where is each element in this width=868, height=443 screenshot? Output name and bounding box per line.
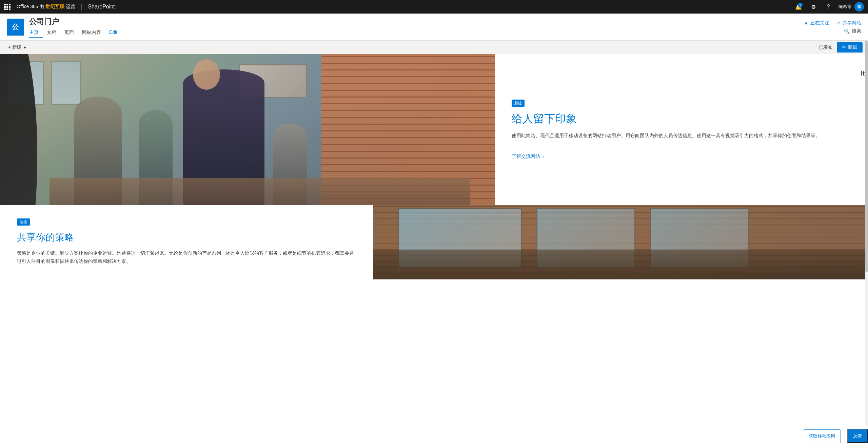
page-toolbar: + 新建 ▾ 已发布 ✏ 编辑	[0, 41, 868, 54]
search-icon: 🔍	[844, 28, 850, 34]
bottom-left-content: 连接 共享你的策略 策略是企业的关键。解决方案让你的企业运转。沟通将这一切汇聚起…	[0, 205, 373, 279]
star-icon: ★	[804, 20, 808, 26]
bottom-badge: 连接	[17, 218, 30, 226]
help-button[interactable]: ?	[824, 2, 833, 12]
settings-button[interactable]: ⚙	[809, 2, 818, 12]
share-button[interactable]: ↗ 共享网站	[836, 20, 861, 26]
site-icon: 公	[7, 19, 24, 36]
hero-description: 使用此简洁、现代且适用于移动设备的网站打动用户。用它向团队内外的人员传达信息。使…	[512, 132, 851, 140]
site-header-left: 公 公司门户 主页 文档 页面 网站内容 Edit	[7, 17, 121, 38]
user-section[interactable]: 陈希章 陈	[839, 2, 864, 12]
nav-item-pages[interactable]: 页面	[60, 28, 78, 38]
share-icon: ↗	[836, 20, 840, 26]
notification-button[interactable]: 🔔 1	[794, 2, 803, 12]
site-header-right: ★ 正在关注 ↗ 共享网站 🔍 搜索	[804, 20, 861, 34]
bottom-right-image	[373, 205, 868, 279]
notification-badge: 1	[798, 3, 803, 7]
top-navigation: Office 365 由 世纪互联 运营 | SharePoint 🔔 1 ⚙ …	[0, 0, 868, 14]
scrollbar[interactable]	[865, 41, 868, 279]
nav-item-docs[interactable]: 文档	[43, 28, 60, 38]
corner-text: It	[861, 70, 865, 77]
nav-item-site-content[interactable]: 网站内容	[78, 28, 105, 38]
brand-section: Office 365 由 世纪互联 运营 | SharePoint	[17, 3, 115, 11]
site-actions: ★ 正在关注 ↗ 共享网站	[804, 20, 861, 26]
hero-section: 新建 给人留下印象 使用此简洁、现代且适用于移动设备的网站打动用户。用它向团队内…	[0, 54, 868, 205]
waffle-menu-icon[interactable]	[4, 4, 11, 10]
hero-badge: 新建	[512, 100, 525, 107]
toolbar-left: + 新建 ▾	[5, 43, 29, 52]
site-navigation: 主页 文档 页面 网站内容 Edit	[29, 28, 121, 38]
brand-sharepoint-text: SharePoint	[88, 4, 115, 10]
new-button[interactable]: + 新建 ▾	[5, 43, 29, 52]
user-avatar: 陈	[854, 2, 864, 12]
toolbar-right: 已发布 ✏ 编辑	[818, 42, 863, 52]
scrollbar-thumb[interactable]	[865, 41, 868, 272]
brand-office-text: Office 365 由 世纪互联 运营	[17, 4, 75, 10]
edit-page-button[interactable]: ✏ 编辑	[837, 42, 863, 52]
top-nav-right: 🔔 1 ⚙ ? 陈希章 陈	[794, 2, 864, 12]
chevron-down-icon: ▾	[24, 45, 26, 50]
site-title: 公司门户	[29, 17, 121, 27]
top-nav-left: Office 365 由 世纪互联 运营 | SharePoint	[4, 3, 794, 11]
arrow-icon: ›	[542, 154, 544, 159]
main-content: 新建 给人留下印象 使用此简洁、现代且适用于移动设备的网站打动用户。用它向团队内…	[0, 54, 868, 279]
brand-divider: |	[81, 3, 82, 11]
bottom-section: 连接 共享你的策略 策略是企业的关键。解决方案让你的企业运转。沟通将这一切汇聚起…	[0, 205, 868, 279]
bottom-description: 策略是企业的关键。解决方案让你的企业运转。沟通将这一切汇聚起来。无论是你创新的产…	[17, 249, 356, 266]
site-header: 公 公司门户 主页 文档 页面 网站内容 Edit ★ 正在关注 ↗ 共享网站	[0, 14, 868, 41]
hero-link[interactable]: 了解交流网站 ›	[512, 153, 851, 160]
nav-item-home[interactable]: 主页	[29, 28, 43, 38]
bottom-title: 共享你的策略	[17, 231, 356, 244]
user-name: 陈希章	[839, 4, 852, 10]
search-button[interactable]: 🔍 搜索	[844, 28, 861, 34]
follow-button[interactable]: ★ 正在关注	[804, 20, 829, 26]
published-status: 已发布	[818, 44, 833, 50]
hero-title: 给人留下印象	[512, 112, 851, 125]
site-info: 公司门户 主页 文档 页面 网站内容 Edit	[29, 17, 121, 38]
nav-item-edit[interactable]: Edit	[105, 28, 121, 38]
hero-content: 新建 给人留下印象 使用此简洁、现代且适用于移动设备的网站打动用户。用它向团队内…	[495, 54, 868, 205]
hero-image	[0, 54, 495, 205]
